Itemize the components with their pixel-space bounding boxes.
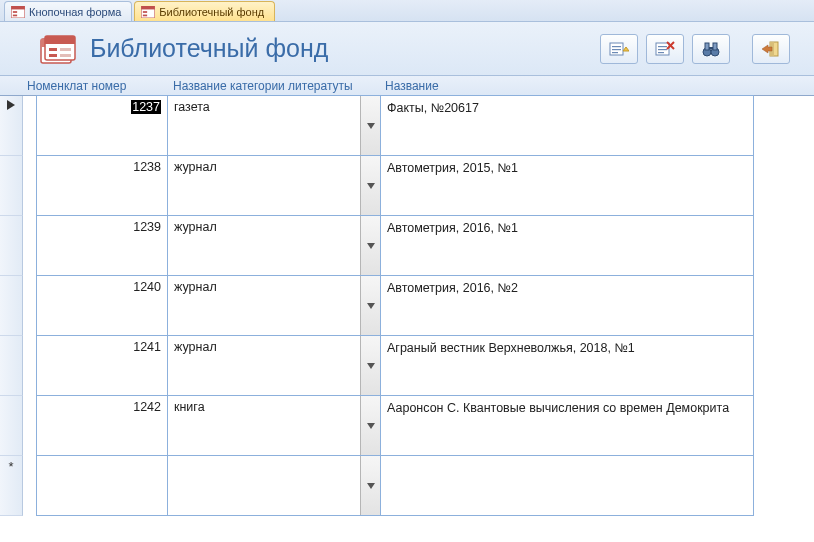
svg-marker-20: [623, 47, 629, 51]
new-record-icon: [609, 41, 629, 57]
svg-rect-23: [658, 49, 667, 50]
table-row: 1237газетаФакты, №20617: [0, 96, 814, 156]
name-cell[interactable]: Ааронсон С. Квантовые вычисления со врем…: [380, 395, 754, 456]
category-cell[interactable]: журнал: [167, 275, 381, 336]
category-dropdown[interactable]: [360, 456, 380, 515]
row-selector[interactable]: [0, 276, 23, 336]
svg-rect-17: [612, 46, 621, 47]
id-cell[interactable]: 1241: [36, 335, 168, 396]
svg-marker-35: [7, 100, 15, 110]
id-cell[interactable]: 1237: [36, 95, 168, 156]
svg-rect-6: [143, 11, 147, 13]
close-door-icon: [762, 41, 780, 57]
svg-rect-2: [13, 11, 17, 13]
svg-rect-11: [45, 36, 75, 44]
category-cell[interactable]: журнал: [167, 335, 381, 396]
svg-rect-7: [143, 14, 147, 16]
category-cell[interactable]: газета: [167, 95, 381, 156]
table-row: *: [0, 456, 814, 516]
binoculars-icon: [702, 41, 720, 57]
name-cell[interactable]: Аграный вестник Верхневолжья, 2018, №1: [380, 335, 754, 396]
category-dropdown[interactable]: [360, 396, 380, 455]
tab-label: Кнопочная форма: [29, 6, 121, 18]
form-header: Библиотечный фонд: [0, 22, 814, 76]
new-record-button[interactable]: [600, 34, 638, 64]
column-headers: Номенклат номер Название категории литер…: [0, 76, 814, 96]
category-dropdown[interactable]: [360, 216, 380, 275]
table-row: 1238журналАвтометрия, 2015, №1: [0, 156, 814, 216]
svg-rect-22: [658, 46, 667, 47]
svg-rect-3: [13, 14, 17, 16]
name-cell[interactable]: Автометрия, 2015, №1: [380, 155, 754, 216]
row-selector[interactable]: [0, 336, 23, 396]
svg-rect-18: [612, 49, 621, 50]
svg-rect-29: [705, 43, 709, 50]
svg-marker-36: [367, 123, 375, 129]
name-cell[interactable]: Автометрия, 2016, №2: [380, 275, 754, 336]
tab-switchboard[interactable]: Кнопочная форма: [4, 1, 132, 21]
svg-marker-42: [367, 483, 375, 489]
row-selector[interactable]: [0, 96, 23, 156]
records-area: 1237газетаФакты, №206171238журналАвтомет…: [0, 96, 814, 516]
svg-rect-31: [709, 47, 713, 49]
id-cell[interactable]: 1238: [36, 155, 168, 216]
col-header-category[interactable]: Название категории литератуты: [169, 79, 381, 93]
svg-rect-5: [141, 6, 155, 9]
svg-rect-1: [11, 6, 25, 9]
tab-label: Библиотечный фонд: [159, 6, 264, 18]
svg-rect-15: [60, 54, 71, 57]
page-title: Библиотечный фонд: [90, 34, 600, 63]
category-dropdown[interactable]: [360, 96, 380, 155]
category-dropdown[interactable]: [360, 276, 380, 335]
find-button[interactable]: [692, 34, 730, 64]
current-row-icon: [7, 100, 15, 110]
svg-marker-37: [367, 183, 375, 189]
svg-rect-19: [612, 52, 618, 53]
table-row: 1239журналАвтометрия, 2016, №1: [0, 216, 814, 276]
name-cell[interactable]: Автометрия, 2016, №1: [380, 215, 754, 276]
name-cell[interactable]: Факты, №20617: [380, 95, 754, 156]
id-cell[interactable]: 1239: [36, 215, 168, 276]
category-cell[interactable]: журнал: [167, 215, 381, 276]
chevron-down-icon: [367, 423, 375, 429]
chevron-down-icon: [367, 303, 375, 309]
chevron-down-icon: [367, 483, 375, 489]
row-selector[interactable]: *: [0, 456, 23, 516]
table-row: 1242книгаАаронсон С. Квантовые вычислени…: [0, 396, 814, 456]
row-selector[interactable]: [0, 216, 23, 276]
delete-record-icon: [655, 41, 675, 57]
category-dropdown[interactable]: [360, 156, 380, 215]
form-icon: [11, 6, 25, 18]
table-row: 1241журналАграный вестник Верхневолжья, …: [0, 336, 814, 396]
svg-marker-39: [367, 303, 375, 309]
table-row: 1240журналАвтометрия, 2016, №2: [0, 276, 814, 336]
id-cell[interactable]: 1242: [36, 395, 168, 456]
chevron-down-icon: [367, 363, 375, 369]
form-icon: [141, 6, 155, 18]
row-selector[interactable]: [0, 396, 23, 456]
svg-rect-13: [49, 54, 57, 57]
chevron-down-icon: [367, 243, 375, 249]
svg-marker-38: [367, 243, 375, 249]
name-cell[interactable]: [380, 455, 754, 516]
category-cell[interactable]: книга: [167, 395, 381, 456]
row-selector[interactable]: [0, 156, 23, 216]
delete-record-button[interactable]: [646, 34, 684, 64]
id-cell[interactable]: [36, 455, 168, 516]
svg-rect-30: [713, 43, 717, 50]
tab-bar: Кнопочная форма Библиотечный фонд: [0, 0, 814, 22]
category-cell[interactable]: журнал: [167, 155, 381, 216]
col-header-name[interactable]: Название: [381, 79, 439, 93]
col-header-id[interactable]: Номенклат номер: [23, 79, 169, 93]
id-cell[interactable]: 1240: [36, 275, 168, 336]
svg-rect-14: [60, 48, 71, 51]
svg-rect-12: [49, 48, 57, 51]
form-logo-icon: [40, 33, 76, 65]
close-button[interactable]: [752, 34, 790, 64]
tab-library-fund[interactable]: Библиотечный фонд: [134, 1, 275, 21]
category-cell[interactable]: [167, 455, 381, 516]
toolbar: [600, 34, 790, 64]
category-dropdown[interactable]: [360, 336, 380, 395]
svg-marker-40: [367, 363, 375, 369]
chevron-down-icon: [367, 123, 375, 129]
